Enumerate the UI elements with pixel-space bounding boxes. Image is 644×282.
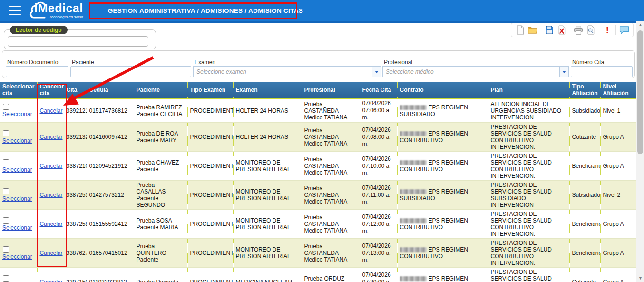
numero-documento-input[interactable]: [6, 66, 68, 77]
nivel-afiliacion-cell: Grupo A: [600, 152, 636, 181]
cancelar-cell: Cancelar: [37, 123, 64, 152]
seleccionar-cell: Seleccionar: [0, 123, 37, 152]
cancelar-cell: Cancelar: [37, 98, 64, 123]
profesional-select[interactable]: Seleccione médico: [382, 66, 569, 77]
nivel-afiliacion-cell: Nivel 1: [600, 98, 636, 123]
tipo-afiliacion-cell: Cotizante: [569, 268, 600, 282]
seleccionar-cell: Seleccionar: [0, 268, 37, 282]
fecha-date: 07/04/2026: [362, 126, 395, 134]
examen-cell: HOLTER 24 HORAS: [233, 98, 302, 123]
seleccionar-link[interactable]: Seleccionar: [2, 195, 32, 202]
plan-cell: PRESTACION DE SERVICIOS DE SALUD SUBSIDI…: [488, 181, 569, 210]
plan-cell: PRESTACION DE SERVICIOS DE SALUD CONTRIB…: [488, 210, 569, 239]
logo-tagline: Tecnología en salud: [49, 15, 83, 19]
chevron-down-icon[interactable]: [372, 67, 381, 77]
table-row: Seleccionar Cancelar 3397150 01193392381…: [0, 268, 636, 282]
seleccionar-link[interactable]: Seleccionar: [2, 166, 32, 173]
nivel-afiliacion-cell: Grupo A: [600, 268, 636, 282]
select-cita-checkbox[interactable]: [3, 159, 9, 165]
fecha-time: 07:11:00 a. m.: [362, 192, 395, 206]
select-cita-checkbox[interactable]: [3, 130, 9, 136]
breadcrumb: GESTION ADMINISTRATIVA / ADMISIONES / AD…: [108, 7, 303, 14]
cancelar-link[interactable]: Cancelar: [40, 192, 63, 198]
paciente-input[interactable]: [70, 66, 191, 77]
cedula-cell: 012094521912: [87, 152, 134, 181]
tipo-examen-cell: PROCEDIMIENTO: [187, 98, 233, 123]
seleccionar-link[interactable]: Seleccionar: [2, 137, 32, 144]
print-icon[interactable]: [572, 24, 585, 36]
scroll-down-icon[interactable]: ▼: [636, 274, 644, 282]
redacted-text: [400, 218, 427, 223]
chevron-down-icon[interactable]: [559, 67, 568, 77]
cancelar-link[interactable]: Cancelar: [40, 107, 63, 114]
alert-icon[interactable]: !: [601, 24, 614, 36]
tipo-afiliacion-cell: Beneficiario: [569, 239, 600, 268]
examen-cell: HOLTER 24 HORAS: [233, 123, 302, 152]
delete-icon[interactable]: [556, 24, 568, 36]
paciente-cell: Prueba QUINTERO Paciente: [134, 239, 187, 268]
cedula-cell: 015174736812: [87, 98, 134, 123]
menu-icon[interactable]: [9, 6, 21, 15]
cloud-icon: [28, 0, 49, 20]
seleccionar-cell: Seleccionar: [0, 210, 37, 239]
citas-table: Seleccionar citaCancelar citaCitaCédulaP…: [0, 82, 636, 282]
scroll-up-icon[interactable]: ▲: [636, 21, 644, 29]
chat-icon[interactable]: [618, 24, 630, 36]
cancelar-link[interactable]: Cancelar: [40, 163, 63, 169]
lector-codigo-label: Lector de código: [10, 26, 68, 34]
preview-icon[interactable]: [585, 24, 597, 36]
cita-cell: 3392121: [64, 98, 87, 123]
cancelar-link[interactable]: Cancelar: [40, 134, 63, 140]
table-header-row: Seleccionar citaCancelar citaCitaCédulaP…: [0, 82, 636, 98]
column-header: Cancelar cita: [37, 82, 64, 98]
open-folder-icon[interactable]: [527, 24, 539, 36]
tipo-examen-cell: PROCEDIMIENTO: [187, 123, 233, 152]
scrollbar-thumb[interactable]: [637, 30, 643, 154]
profesional-label: Profesional: [384, 59, 412, 66]
table-row: Seleccionar Cancelar 3387210 01209452191…: [0, 152, 636, 181]
admision-citas-page: iMedical Tecnología en salud GESTION ADM…: [0, 0, 644, 282]
select-cita-checkbox[interactable]: [3, 217, 9, 224]
cita-cell: 3392132: [64, 123, 87, 152]
examen-select[interactable]: Seleccione examen: [193, 66, 381, 77]
select-cita-checkbox[interactable]: [3, 275, 9, 282]
fecha-time: 07:10:00 a. m.: [362, 163, 395, 177]
select-cita-checkbox[interactable]: [3, 246, 9, 253]
column-header: Seleccionar cita: [0, 82, 37, 98]
table-row: Seleccionar Cancelar 3387258 01515559241…: [0, 210, 636, 239]
tipo-afiliacion-cell: Subsidiado: [569, 181, 600, 210]
seleccionar-cell: Seleccionar: [0, 181, 37, 210]
profesional-placeholder: Seleccione médico: [383, 68, 559, 75]
fecha-cita-cell: 07/04/2026 07:08:00 a. m.: [360, 123, 397, 152]
seleccionar-link[interactable]: Seleccionar: [2, 253, 32, 260]
vertical-scrollbar[interactable]: ▲ ▼: [636, 21, 644, 282]
examen-cell: MONITOREO DE PRESION ARTERIAL: [233, 210, 302, 239]
nivel-afiliacion-cell: Grupo A: [600, 123, 636, 152]
app-header: iMedical Tecnología en salud GESTION ADM…: [0, 0, 644, 21]
cancelar-link[interactable]: Cancelar: [40, 250, 63, 256]
toolbar-divider: [599, 25, 599, 35]
lector-codigo-panel: Lector de código: [4, 29, 156, 49]
select-cita-checkbox[interactable]: [3, 188, 9, 194]
redacted-text: [400, 276, 427, 281]
save-icon[interactable]: [543, 24, 556, 36]
cedula-cell: 014160097412: [87, 123, 134, 152]
record-toolbar: !: [511, 23, 634, 37]
examen-cell: MONITOREO DE PRESION ARTERIAL: [233, 239, 302, 268]
new-document-icon[interactable]: [514, 24, 527, 36]
numero-cita-input[interactable]: [571, 66, 633, 77]
tipo-afiliacion-cell: Beneficiario: [569, 210, 600, 239]
seleccionar-link[interactable]: Seleccionar: [2, 111, 32, 117]
seleccionar-cell: Seleccionar: [0, 98, 37, 123]
tipo-examen-cell: PROCEDIMIENTO: [187, 239, 233, 268]
lector-codigo-input[interactable]: [8, 36, 148, 47]
fecha-cita-cell: 07/04/2026 07:12:00 a. m.: [360, 210, 397, 239]
table-row: Seleccionar Cancelar 3392132 01416009741…: [0, 123, 636, 152]
cancelar-cell: Cancelar: [37, 152, 64, 181]
seleccionar-link[interactable]: Seleccionar: [2, 224, 32, 231]
select-cita-checkbox[interactable]: [3, 104, 9, 110]
fecha-time: 07:08:00 a. m.: [362, 134, 395, 148]
cancelar-link[interactable]: Cancelar: [40, 221, 63, 227]
cancelar-link[interactable]: Cancelar: [40, 279, 63, 282]
redacted-text: [400, 105, 427, 110]
